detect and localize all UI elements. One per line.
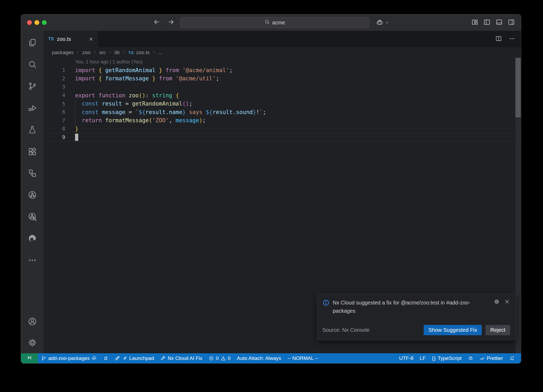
close-tab-icon[interactable] (89, 37, 94, 42)
activity-item-edge-devtools[interactable] (21, 228, 43, 249)
forward-arrow-icon[interactable] (167, 18, 175, 27)
status-bar-left: add-zoo-packagesLaunchpadNx Cloud AI Fix… (38, 353, 322, 363)
status-bar: add-zoo-packagesLaunchpadNx Cloud AI Fix… (21, 353, 521, 363)
toggle-panel-icon[interactable] (495, 18, 503, 27)
line-number: 3 (43, 84, 65, 90)
activity-item-run-and-debug[interactable] (21, 97, 43, 119)
activity-item-settings[interactable] (21, 332, 43, 353)
copilot-menu[interactable] (376, 14, 389, 31)
copilot-icon (468, 356, 473, 361)
status-encoding[interactable]: UTF-8 (396, 353, 417, 363)
activity-item-nx-console[interactable] (21, 162, 43, 184)
command-center-search[interactable]: acme (180, 17, 369, 28)
typescript-file-icon: TS (128, 50, 134, 55)
activity-item-extensions[interactable] (21, 141, 43, 162)
notification-toast: Nx Cloud suggested a fix for @acme/zoo:t… (317, 294, 516, 340)
circle-graph-search-icon (28, 212, 37, 221)
activity-item-accounts[interactable] (21, 311, 43, 332)
code-line-1[interactable]: 1import { getRandomAnimal } from '@acme/… (43, 66, 521, 75)
toggle-primary-sidebar-icon[interactable] (483, 18, 491, 27)
line-number: 9 (43, 134, 65, 140)
plug-icon (122, 356, 127, 361)
status-label: LF (420, 355, 426, 361)
activity-item-more-views[interactable] (21, 249, 43, 271)
notification-settings-gear-icon[interactable] (494, 299, 500, 306)
circle-graph-icon (28, 190, 37, 200)
line-content (65, 134, 78, 141)
code-line-9[interactable]: 9 (43, 133, 521, 142)
activity-item-nx-project-graph[interactable] (21, 184, 43, 206)
gear-icon (28, 338, 37, 347)
editor-scrollbar[interactable] (515, 58, 521, 353)
chevron-right-icon (108, 50, 112, 55)
status-eol[interactable]: LF (417, 353, 429, 363)
screenshot-stage: acme TS (0, 0, 543, 392)
activity-item-source-control[interactable] (21, 75, 43, 97)
cloud-upload-icon (91, 356, 97, 361)
code-line-7[interactable]: 7 return formatMessage('ZOO', message); (43, 116, 521, 125)
scrollbar-slider[interactable] (515, 58, 521, 117)
search-value: acme (272, 20, 285, 26)
files-icon (28, 38, 37, 47)
code-line-3[interactable]: 3 (43, 83, 521, 91)
status-prettier[interactable]: Prettier (476, 353, 506, 363)
tab-zoo-ts[interactable]: TS zoo.ts (43, 31, 99, 47)
activity-item-testing[interactable] (21, 119, 43, 141)
show-suggested-fix-button[interactable]: Show Suggested Fix (424, 325, 482, 335)
typescript-file-icon: TS (48, 37, 54, 41)
status-language[interactable]: {}TypeScript (429, 353, 465, 363)
breadcrumb-file[interactable]: zoo.ts (136, 50, 150, 55)
status-nx-cloud-ai-fix[interactable]: Nx Cloud AI Fix (157, 353, 205, 363)
code-line-6[interactable]: 6 const message = `${result.name} says $… (43, 108, 521, 116)
breadcrumb-symbol-placeholder[interactable]: ... (158, 50, 163, 55)
breadcrumb-item[interactable]: lib (115, 50, 120, 55)
notification-source: Source: Nx Console (322, 327, 370, 333)
vim-block-cursor (75, 134, 78, 141)
source-control-icon (28, 81, 37, 91)
status-launchpad[interactable]: Launchpad (112, 353, 157, 363)
remote-indicator[interactable] (21, 353, 38, 363)
line-number: 5 (43, 101, 65, 107)
window-controls (27, 14, 47, 31)
status-problems[interactable]: 00 (205, 353, 234, 363)
notification-close-icon[interactable] (504, 299, 510, 306)
line-number: 8 (43, 126, 65, 132)
git-branch-icon (41, 356, 46, 361)
status-auto-attach[interactable]: Auto Attach: Always (234, 353, 284, 363)
zoom-window-button[interactable] (42, 20, 47, 25)
reject-button[interactable]: Reject (485, 325, 510, 335)
status-label: {} (432, 355, 436, 361)
git-blame-annotation: You, 1 hour ago | 1 author (You) (43, 58, 521, 66)
status-vim-mode[interactable]: -- NORMAL -- (284, 353, 321, 363)
tab-label: zoo.ts (57, 36, 71, 42)
activity-item-explorer[interactable] (21, 32, 43, 54)
status-label: 0 (228, 355, 231, 361)
close-window-button[interactable] (27, 20, 32, 25)
status-label: 0 (216, 355, 219, 361)
status-copilot[interactable] (465, 353, 476, 363)
split-editor-icon[interactable] (495, 35, 502, 43)
status-notifications[interactable] (506, 353, 518, 363)
toggle-secondary-sidebar-icon[interactable] (507, 18, 515, 27)
activity-item-search[interactable] (21, 54, 43, 75)
editor-actions (495, 31, 516, 47)
breadcrumb-item[interactable]: packages (52, 50, 73, 55)
back-arrow-icon[interactable] (153, 18, 160, 27)
customize-layout-icon[interactable] (471, 18, 479, 27)
code-line-5[interactable]: 5 const result = getRandomAnimal(); (43, 99, 521, 108)
code-line-4[interactable]: 4export function zoo(): string { (43, 91, 521, 100)
indent-guide (75, 99, 75, 125)
minimize-window-button[interactable] (34, 20, 39, 25)
code-line-8[interactable]: 8} (43, 125, 521, 133)
breadcrumb-item[interactable]: zoo (82, 50, 90, 55)
breadcrumb-item[interactable]: src (99, 50, 106, 55)
status-git-graph[interactable] (100, 353, 112, 363)
status-label: -- NORMAL -- (287, 355, 318, 361)
code-line-2[interactable]: 2import { formatMessage } from '@acme/ut… (43, 75, 521, 83)
notification-message: Nx Cloud suggested a fix for @acme/zoo:t… (333, 299, 491, 315)
vscode-window: acme TS (21, 14, 521, 364)
more-actions-icon[interactable] (509, 35, 516, 43)
status-label: Launchpad (129, 355, 154, 361)
status-git-branch[interactable]: add-zoo-packages (38, 353, 100, 363)
activity-item-nx-cloud[interactable] (21, 206, 43, 228)
